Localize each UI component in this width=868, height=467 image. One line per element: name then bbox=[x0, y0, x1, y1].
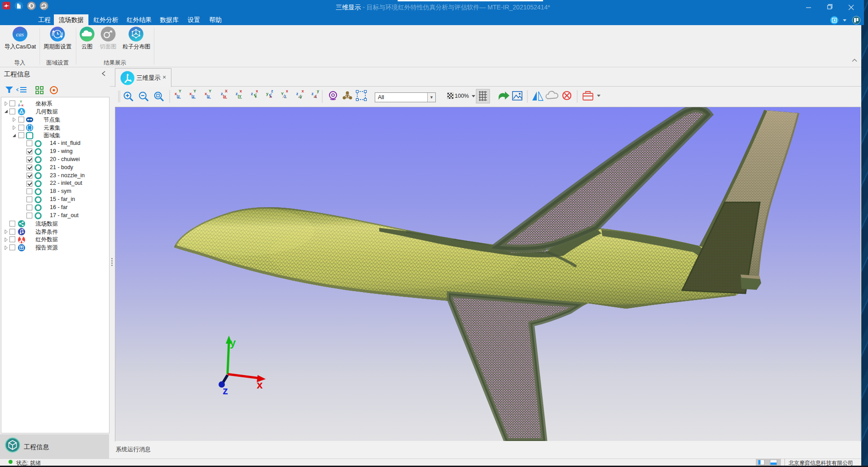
svg-text:z: z bbox=[296, 92, 298, 96]
svg-text:z: z bbox=[251, 92, 253, 96]
svg-text:x: x bbox=[256, 89, 258, 93]
svg-text:z: z bbox=[236, 92, 238, 96]
svg-text:x: x bbox=[315, 94, 317, 99]
svg-text:x: x bbox=[22, 103, 24, 107]
svg-text:x: x bbox=[302, 89, 304, 93]
svg-text:x: x bbox=[286, 89, 288, 93]
svg-text:Y: Y bbox=[281, 92, 284, 96]
svg-text:X: X bbox=[225, 89, 228, 93]
svg-text:Y: Y bbox=[179, 89, 181, 93]
svg-text:x: x bbox=[240, 89, 242, 93]
svg-text:x: x bbox=[175, 92, 177, 96]
svg-text:y: y bbox=[317, 89, 319, 93]
svg-text:cas: cas bbox=[16, 31, 24, 38]
svg-text:y: y bbox=[230, 336, 236, 349]
svg-text:z: z bbox=[221, 92, 223, 96]
svg-text:z: z bbox=[223, 384, 228, 397]
svg-text:y: y bbox=[266, 92, 268, 96]
svg-text:z: z bbox=[311, 92, 314, 96]
svg-text:z: z bbox=[271, 89, 273, 93]
svg-text:x: x bbox=[257, 379, 263, 391]
